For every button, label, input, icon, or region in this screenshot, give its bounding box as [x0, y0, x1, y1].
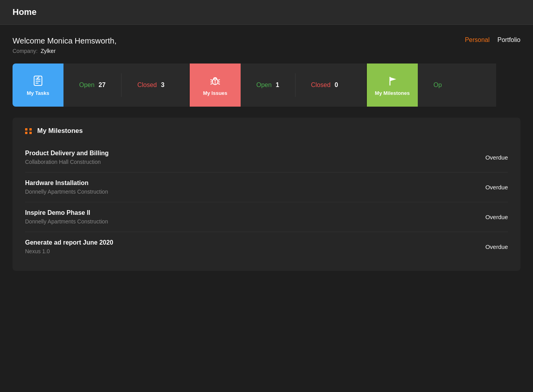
tab-personal[interactable]: Personal [465, 36, 489, 44]
milestones-icon-block[interactable]: My Milestones [367, 64, 418, 107]
tasks-stat-divider [121, 73, 121, 97]
milestone-name-4: Generate ad report June 2020 [25, 239, 113, 246]
milestone-info-2: Hardware Installation Donnelly Apartment… [25, 180, 108, 195]
milestone-status-4: Overdue [485, 243, 508, 250]
milestones-section-header: My Milestones [25, 127, 508, 135]
milestones-open-label: Op [433, 82, 442, 88]
main-content: Welcome Monica Hemsworth, Company: Zylke… [0, 25, 533, 283]
milestones-card[interactable]: My Milestones Op [367, 64, 496, 107]
svg-line-8 [210, 83, 212, 84]
svg-line-11 [218, 83, 220, 84]
milestone-item[interactable]: Generate ad report June 2020 Nexus 1.0 O… [25, 232, 508, 261]
milestone-item[interactable]: Hardware Installation Donnelly Apartment… [25, 172, 508, 202]
milestone-status-1: Overdue [485, 154, 508, 161]
issues-stats: Open 1 Closed 0 [241, 64, 366, 107]
welcome-left: Welcome Monica Hemsworth, Company: Zylke… [13, 36, 116, 54]
issues-closed-label: Closed [311, 82, 331, 88]
milestones-label: My Milestones [375, 90, 410, 96]
tab-portfolio[interactable]: Portfolio [497, 36, 520, 44]
milestone-project-1: Collaboration Hall Construction [25, 159, 109, 165]
view-tabs: Personal Portfolio [465, 36, 520, 44]
issues-stat-divider [295, 73, 296, 97]
milestone-name-2: Hardware Installation [25, 180, 108, 187]
company-label: Company: [13, 48, 38, 54]
svg-marker-14 [390, 77, 396, 81]
milestone-item[interactable]: Product Delivery and Billing Collaborati… [25, 143, 508, 172]
issues-open-label: Open [256, 82, 272, 88]
issues-open-value: 1 [276, 82, 279, 88]
svg-line-9 [218, 80, 220, 80]
milestone-info-1: Product Delivery and Billing Collaborati… [25, 150, 109, 165]
welcome-greeting: Welcome Monica Hemsworth, [13, 36, 116, 45]
tasks-closed-label: Closed [137, 82, 157, 88]
page-title: Home [13, 7, 36, 17]
header: Home [0, 0, 533, 25]
issues-closed-value: 0 [335, 82, 338, 88]
milestones-icon [386, 74, 399, 87]
svg-line-6 [210, 80, 212, 80]
tasks-card[interactable]: My Tasks Open 27 Closed 3 [13, 64, 189, 107]
milestone-name-3: Inspire Demo Phase II [25, 209, 108, 216]
issues-open-stat: Open 1 [256, 82, 279, 89]
tasks-icon-block[interactable]: My Tasks [13, 64, 63, 107]
issues-label: My Issues [203, 90, 227, 96]
milestone-project-4: Nexus 1.0 [25, 248, 113, 254]
milestone-project-3: Donnelly Apartments Construction [25, 218, 108, 225]
welcome-section: Welcome Monica Hemsworth, Company: Zylke… [13, 36, 520, 54]
milestone-name-1: Product Delivery and Billing [25, 150, 109, 157]
milestone-status-3: Overdue [485, 214, 508, 220]
milestone-status-2: Overdue [485, 184, 508, 191]
milestones-section-title: My Milestones [37, 127, 83, 135]
tasks-closed-value: 3 [161, 82, 165, 88]
tasks-closed-stat: Closed 3 [137, 82, 164, 89]
milestones-stats: Op [418, 64, 496, 107]
tasks-open-value: 27 [99, 82, 106, 88]
tasks-stats: Open 27 Closed 3 [63, 64, 189, 107]
tasks-icon [32, 74, 44, 87]
issues-card[interactable]: My Issues Open 1 Closed 0 [190, 64, 366, 107]
company-name: Zylker [41, 48, 56, 54]
milestone-info-4: Generate ad report June 2020 Nexus 1.0 [25, 239, 113, 254]
company-info: Company: Zylker [13, 48, 116, 54]
milestone-item[interactable]: Inspire Demo Phase II Donnelly Apartment… [25, 202, 508, 232]
stats-cards-container: My Tasks Open 27 Closed 3 [13, 64, 520, 107]
milestones-section: My Milestones Product Delivery and Billi… [13, 118, 520, 271]
tasks-label: My Tasks [27, 90, 49, 96]
issues-icon [209, 74, 221, 87]
milestones-open-stat: Op [433, 82, 444, 89]
issues-closed-stat: Closed 0 [311, 82, 338, 89]
tasks-open-stat: Open 27 [79, 82, 105, 89]
issues-icon-block[interactable]: My Issues [190, 64, 241, 107]
tasks-open-label: Open [79, 82, 94, 88]
milestone-project-2: Donnelly Apartments Construction [25, 189, 108, 195]
grid-icon [25, 128, 33, 134]
milestone-info-3: Inspire Demo Phase II Donnelly Apartment… [25, 209, 108, 225]
